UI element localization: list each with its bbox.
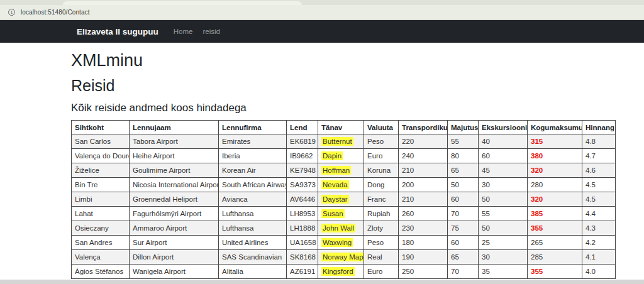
cell-lend: UA1658 <box>287 236 318 250</box>
total-price-alert: 355 <box>531 224 543 232</box>
cell-lennufirma: Korean Air <box>219 163 287 178</box>
column-header: Majutus <box>448 121 479 134</box>
cell-valuuta: Koruna <box>364 163 399 178</box>
cell-ekskursioonid: 30 <box>479 250 528 265</box>
cell-majutus: 55 <box>448 134 479 149</box>
column-header: Ekskursioonid <box>479 121 528 134</box>
nav-link-reisid[interactable]: reisid <box>203 28 219 35</box>
cell-valuuta: Euro <box>364 265 399 279</box>
cell-transpordikulu: 190 <box>399 250 448 265</box>
cell-hinnang: 4.1 <box>582 250 616 265</box>
cell-tanav: Nevada <box>318 178 364 192</box>
browser-tab-strip <box>0 0 644 5</box>
cell-tanav: John Wall <box>318 221 364 236</box>
cell-hinnang: 4.5 <box>582 178 616 192</box>
total-price-alert: 385 <box>531 210 543 217</box>
cell-ekskursioonid: 35 <box>479 265 528 279</box>
cell-sihtkoht: Valença do Douro <box>72 149 130 163</box>
cell-valuuta: Zloty <box>364 221 399 236</box>
cell-lennufirma: South African Airways <box>219 178 287 192</box>
cell-kogumaksumus: 380 <box>528 149 582 163</box>
cell-tanav: Waxwing <box>318 236 364 250</box>
cell-lend: LH1888 <box>287 221 318 236</box>
cell-valuuta: Dong <box>364 178 399 192</box>
url-text[interactable]: localhost:51480/Contact <box>21 9 90 16</box>
cell-ekskursioonid: 60 <box>479 149 528 163</box>
highlighted-street: Dapin <box>321 151 343 160</box>
cell-sihtkoht: Valença <box>72 250 130 265</box>
cell-transpordikulu: 180 <box>399 236 448 250</box>
cell-lennufirma: United Airlines <box>219 236 287 250</box>
navbar-brand[interactable]: Elizaveta II sugupuu <box>77 27 158 36</box>
table-row: ŽiželiceGoulimime AirportKorean AirKE794… <box>72 163 616 178</box>
highlighted-street: Kingsford <box>321 267 355 276</box>
cell-transpordikulu: 220 <box>399 134 448 149</box>
cell-lend: EK6819 <box>287 134 318 149</box>
cell-kogumaksumus: 355 <box>528 221 582 236</box>
cell-tanav: Hoffman <box>318 163 364 178</box>
page-title: XMLminu <box>71 52 644 70</box>
browser-url-bar[interactable]: i localhost:51480/Contact <box>0 5 644 20</box>
cell-hinnang: 4.6 <box>582 163 616 178</box>
cell-hinnang: 4.0 <box>582 265 616 279</box>
trips-table: SihtkohtLennujaamLennufirmaLendTänavValu… <box>71 120 616 279</box>
cell-transpordikulu: 210 <box>399 192 448 207</box>
cell-hinnang: 4.4 <box>582 207 616 221</box>
cell-kogumaksumus: 355 <box>528 265 582 279</box>
column-header: Sihtkoht <box>72 121 130 134</box>
cell-sihtkoht: Limbi <box>72 192 130 207</box>
cell-majutus: 65 <box>448 163 479 178</box>
page-subtitle: Reisid <box>71 77 644 95</box>
table-row: LimbiGroennedal HeliportAviancaAV6446Day… <box>72 192 616 207</box>
column-header: Valuuta <box>364 121 399 134</box>
cell-lennujaam: Nicosia International Airport <box>130 178 219 192</box>
page-info-icon[interactable]: i <box>8 9 15 16</box>
cell-ekskursioonid: 55 <box>479 207 528 221</box>
cell-majutus: 50 <box>448 178 479 192</box>
cell-ekskursioonid: 45 <box>479 163 528 178</box>
highlighted-street: Susan <box>321 209 345 218</box>
cell-sihtkoht: Žiželice <box>72 163 130 178</box>
cell-transpordikulu: 210 <box>399 163 448 178</box>
cell-sihtkoht: Osieczany <box>72 221 130 236</box>
cell-tanav: Dapin <box>318 149 364 163</box>
column-header: Transpordikulu <box>399 121 448 134</box>
cell-majutus: 65 <box>448 250 479 265</box>
cell-valuuta: Peso <box>364 236 399 250</box>
total-price-alert: 320 <box>531 195 543 203</box>
cell-majutus: 70 <box>448 207 479 221</box>
browser-active-tab[interactable] <box>63 1 302 5</box>
cell-lend: LH8953 <box>287 207 318 221</box>
total-price-alert: 320 <box>531 167 543 174</box>
cell-lennujaam: Fagurhólsmýri Airport <box>130 207 219 221</box>
cell-lennujaam: Goulimime Airport <box>130 163 219 178</box>
cell-majutus: 60 <box>448 236 479 250</box>
cell-lennujaam: Groennedal Heliport <box>130 192 219 207</box>
cell-valuuta: Rupiah <box>364 207 399 221</box>
cell-ekskursioonid: 50 <box>479 192 528 207</box>
cell-lend: AV6446 <box>287 192 318 207</box>
cell-sihtkoht: San Andres <box>72 236 130 250</box>
table-row: Ágios StéfanosWanigela AirportAlitaliaAZ… <box>72 265 616 279</box>
cell-hinnang: 4.5 <box>582 192 616 207</box>
cell-lend: SA9373 <box>287 178 318 192</box>
cell-kogumaksumus: 280 <box>528 178 582 192</box>
nav-link-home[interactable]: Home <box>174 28 193 35</box>
cell-ekskursioonid: 50 <box>479 221 528 236</box>
column-header: Lennufirma <box>219 121 287 134</box>
cell-lennufirma: Iberia <box>219 149 287 163</box>
cell-valuuta: Euro <box>364 149 399 163</box>
cell-hinnang: 4.8 <box>582 134 616 149</box>
cell-lennufirma: Lufthansa <box>219 221 287 236</box>
cell-ekskursioonid: 30 <box>479 178 528 192</box>
cell-tanav: Norway Maple <box>318 250 364 265</box>
highlighted-street: Daystar <box>321 195 349 204</box>
total-price-alert: 315 <box>531 138 543 145</box>
cell-tanav: Daystar <box>318 192 364 207</box>
table-row: OsieczanyAmmaroo AirportLufthansaLH1888J… <box>72 221 616 236</box>
cell-lend: AZ6191 <box>287 265 318 279</box>
cell-majutus: 75 <box>448 221 479 236</box>
cell-lennujaam: Ammaroo Airport <box>130 221 219 236</box>
total-price-alert: 355 <box>531 268 543 275</box>
cell-kogumaksumus: 320 <box>528 192 582 207</box>
